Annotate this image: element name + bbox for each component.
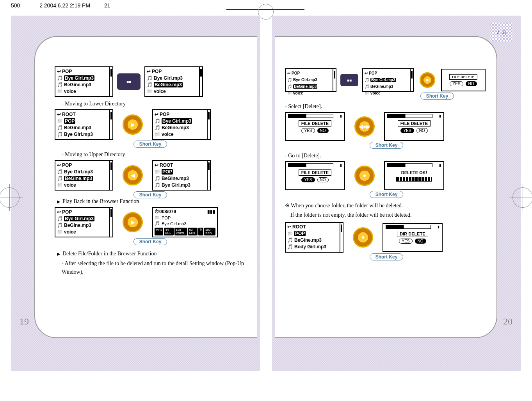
battery-icon: ▮	[439, 114, 441, 118]
battery-icon: ▮	[439, 163, 441, 167]
wheel-icon: ●	[349, 162, 380, 190]
lcd-top-a: POPBye Girl.mp3BeGine.mp3voice	[285, 68, 336, 92]
progress-tags: MP344 KHz128 KBPS60 MIN↻100 SPD	[155, 228, 215, 235]
no-button[interactable]: NO	[415, 239, 426, 244]
lcd-root-2: ROOTPOPBeGine.mp3Bye Girl.mp3	[152, 160, 211, 191]
note-line-1: When you choose folder, the folder will …	[291, 203, 403, 209]
popup-file-delete-3: ▮ FILE DELETE YESNO	[285, 161, 345, 190]
short-key-r2: Short Key	[285, 142, 488, 149]
wheel-icon: ●	[347, 223, 379, 251]
row-playback: POPBye Girl.mp3BeGine.mp3voice ▶ ⏱008/07…	[55, 207, 246, 237]
battery-icon: ▮	[340, 163, 342, 167]
battery-icon: ▮	[438, 225, 439, 229]
no-button[interactable]: NO	[317, 177, 329, 182]
lcd-root-1: ROOTPOPBeGine.mp3Bye Girl.mp3	[55, 109, 113, 140]
caption-lower-dir: - Moving to Lower Directory	[62, 101, 246, 107]
row-upper-dir: POPBye Girl.mp3BeGine.mp3voice ◀ ROOTPOP…	[55, 160, 246, 191]
page-number-right: 20	[503, 316, 512, 327]
no-button[interactable]: NO	[416, 128, 428, 133]
wheel-icon: ◀	[117, 161, 148, 189]
popup-file-delete-2: ▮ FILE DELETE YESNO	[384, 112, 444, 141]
popup-title: DIR DELETE	[397, 231, 428, 237]
caption-after-select: - After selecting the file to be deleted…	[62, 259, 246, 277]
device-icon: ■■	[117, 73, 141, 90]
lcd-pop-5: POPBye Girl.mp3BeGine.mp3voice	[55, 207, 113, 237]
yes-button[interactable]: YES	[301, 128, 315, 133]
caption-upper-dir: - Moving to Upper Directory	[62, 151, 246, 158]
short-key-label: Short Key	[133, 141, 167, 148]
short-key-label: Short Key	[370, 142, 404, 149]
yes-button[interactable]: YES	[400, 128, 414, 133]
lcd-pop-3: POPBye Girl.mp3BeGine.mp3voice	[152, 109, 211, 140]
row-select-delete: ▮ FILE DELETE YESNO ◀●▶ ▮ FILE DELETE YE…	[285, 112, 488, 141]
track-count: 008/079	[159, 209, 176, 214]
short-key-label: Short Key	[370, 253, 404, 260]
music-note-icon: ♪ ♫	[490, 23, 513, 41]
wheel-icon: ▶	[117, 110, 148, 139]
popup-delete-ok: ▮ DELETE OK!	[384, 161, 444, 190]
popup-title: FILE DELETE	[299, 169, 331, 176]
row-dir-delete: ROOTPOPBeGine.mp3Body Girl.mp3 ● ▮ DIR D…	[285, 222, 488, 253]
crop-mark-left	[0, 187, 20, 208]
popup-title: FILE DELETE	[299, 120, 331, 127]
lcd-top-b: POPBye Girl.mp3BeGine.mp3voice	[362, 68, 414, 92]
wheel-icon: ◀●▶	[349, 112, 380, 141]
caption-goto-delete: - Go to [Delete].	[285, 153, 488, 159]
no-button[interactable]: NO	[466, 81, 477, 86]
yes-button[interactable]: YES	[450, 81, 463, 86]
heading-playback: Play Back in the Browser Function	[57, 198, 246, 205]
short-key-label: Short Key	[133, 238, 167, 245]
lcd-pop-2: POPBye Girl.mp3BeGine.mp3voice	[144, 66, 203, 97]
popup-title: FILE DELETE	[398, 120, 431, 127]
lcd-progress: ⏱008/079▮▮▮ POP Bye Girl.mp3 MP344 KHz12…	[152, 207, 218, 237]
row-lower-dir: ROOTPOPBeGine.mp3Bye Girl.mp3 ▶ POPBye G…	[55, 109, 246, 140]
crop-mark-right	[512, 187, 532, 208]
heading-playback-text: Play Back in the Browser Function	[62, 198, 139, 204]
note-line-2: If the folder is not empty, the folder w…	[290, 212, 412, 218]
heading-delete-text: Delete File/Folder in the Browser Functi…	[62, 251, 157, 257]
popup-title: FILE DELETE	[449, 74, 477, 80]
heading-delete: Delete File/Folder in the Browser Functi…	[57, 251, 246, 257]
lcd-pop-1: POPBye Girl.mp3BeGine.mp3voice	[55, 66, 113, 97]
caption-select-delete: - Select [Delete].	[285, 103, 488, 110]
popup-file-delete-1: ▮ FILE DELETE YESNO	[285, 112, 345, 141]
row-top-pair: POPBye Girl.mp3BeGine.mp3voice ■■ POPBye…	[55, 66, 246, 97]
short-key-label: Short Key	[133, 191, 167, 198]
page-number-left: 19	[20, 316, 29, 327]
battery-icon: ▮	[340, 114, 342, 118]
popup-dir-delete: ▮ DIR DELETE YESNO	[383, 223, 443, 252]
progress-file: Bye Girl.mp3	[162, 221, 187, 226]
short-key-r4: Short Key	[285, 253, 488, 260]
short-key-r3: Short Key	[285, 191, 488, 198]
row-goto-delete: ▮ FILE DELETE YESNO ● ▮ DELETE OK!	[285, 161, 488, 190]
header-line: 500 2 2004.6.22 2:19 PM 21	[11, 2, 110, 9]
note-block: ※ When you choose folder, the folder wil…	[285, 201, 488, 220]
popup-title: DELETE OK!	[399, 170, 430, 175]
no-button[interactable]: NO	[317, 128, 329, 133]
short-key-label: Short Key	[370, 191, 404, 198]
row-top-right: POPBye Girl.mp3BeGine.mp3voice ■■ POPBye…	[285, 68, 488, 92]
right-column: POPBye Girl.mp3BeGine.mp3voice ■■ POPBye…	[285, 68, 488, 260]
short-key-2: Short Key	[55, 191, 246, 198]
progress-bar-icon	[396, 177, 432, 182]
short-key-1: Short Key	[55, 141, 246, 148]
battery-icon: ▮▮▮	[207, 209, 215, 214]
device-icon: ■■	[340, 74, 358, 86]
folder-icon	[155, 215, 160, 220]
lcd-root-3: ROOTPOPBeGine.mp3Body Girl.mp3	[285, 222, 343, 253]
yes-button[interactable]: YES	[399, 239, 412, 244]
wheel-icon: ▶	[117, 208, 148, 236]
short-key-3: Short Key	[55, 238, 246, 245]
wheel-icon: ●	[418, 70, 437, 90]
progress-folder: POP	[162, 216, 171, 220]
file-icon	[155, 221, 160, 226]
short-key-label: Short Key	[420, 93, 454, 100]
yes-button[interactable]: YES	[301, 177, 315, 182]
popup-file-delete-small: FILE DELETE YESNO	[441, 69, 486, 91]
lcd-pop-4: POPBye Girl.mp3BeGine.mp3voice	[55, 160, 113, 191]
left-column: POPBye Girl.mp3BeGine.mp3voice ■■ POPBye…	[55, 66, 246, 279]
crop-mark-top	[258, 4, 274, 20]
